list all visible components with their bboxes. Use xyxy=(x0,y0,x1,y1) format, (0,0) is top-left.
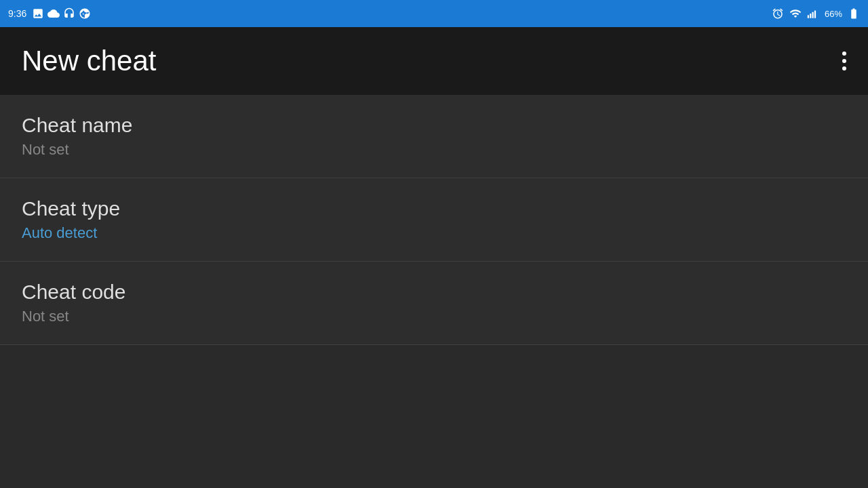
status-bar: 9:36 xyxy=(0,0,868,27)
face-icon xyxy=(79,7,91,20)
cheat-type-value: Auto detect xyxy=(22,224,846,242)
dot-2 xyxy=(842,59,846,63)
cheat-name-title: Cheat name xyxy=(22,114,846,137)
cheat-name-value: Not set xyxy=(22,141,846,159)
cheat-code-title: Cheat code xyxy=(22,281,846,304)
app-bar: New cheat xyxy=(0,27,868,95)
cloud-icon xyxy=(47,7,60,20)
status-time: 9:36 xyxy=(8,8,26,19)
cheat-type-item[interactable]: Cheat type Auto detect xyxy=(0,178,868,262)
signal-icon xyxy=(807,7,819,20)
cheat-code-item[interactable]: Cheat code Not set xyxy=(0,262,868,345)
dot-1 xyxy=(842,52,846,56)
status-bar-left: 9:36 xyxy=(8,7,91,20)
image-icon xyxy=(32,7,44,20)
cheat-type-title: Cheat type xyxy=(22,197,846,220)
cheat-code-value: Not set xyxy=(22,308,846,325)
more-options-button[interactable] xyxy=(842,52,846,70)
svg-rect-2 xyxy=(812,12,813,18)
status-icons xyxy=(32,7,91,20)
cheat-name-item[interactable]: Cheat name Not set xyxy=(0,95,868,178)
battery-percent: 66% xyxy=(825,9,842,19)
headset-icon xyxy=(63,7,75,20)
svg-rect-1 xyxy=(810,14,811,18)
alarm-icon xyxy=(772,7,784,20)
wifi-icon xyxy=(789,7,802,20)
svg-rect-3 xyxy=(814,11,816,18)
svg-rect-0 xyxy=(808,15,809,18)
status-bar-right: 66% xyxy=(772,7,860,20)
content-list: Cheat name Not set Cheat type Auto detec… xyxy=(0,95,868,345)
battery-icon xyxy=(848,7,860,20)
dot-3 xyxy=(842,66,846,70)
page-title: New cheat xyxy=(22,45,156,77)
